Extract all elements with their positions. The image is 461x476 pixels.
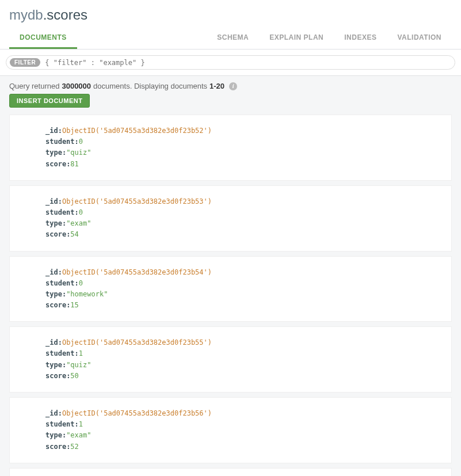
field-score: score:54	[45, 229, 440, 240]
field-value: 54	[70, 230, 78, 238]
field-score: score:50	[45, 371, 440, 382]
field-key: _id	[45, 127, 58, 135]
db-name: mydb	[9, 7, 43, 22]
field-key: score	[45, 443, 66, 451]
field-_id: _id:ObjectID('5ad07455a3d382e3d0f23b54')	[45, 267, 440, 278]
field-key: type	[45, 290, 62, 298]
field-value: 0	[79, 279, 83, 287]
field-student: student:1	[45, 419, 440, 430]
result-prefix: Query returned	[9, 82, 59, 90]
field-value: ObjectID('5ad07455a3d382e3d0f23b52')	[62, 127, 212, 135]
tab-indexes[interactable]: INDEXES	[334, 28, 387, 49]
field-key: score	[45, 301, 66, 309]
field-_id: _id:ObjectID('5ad07455a3d382e3d0f23b56')	[45, 408, 440, 419]
field-value: 50	[70, 372, 78, 380]
field-value: "homework"	[66, 290, 108, 298]
info-icon[interactable]: i	[229, 82, 237, 90]
field-key: type	[45, 431, 62, 439]
result-summary: Query returned 3000000 documents. Displa…	[0, 76, 461, 94]
field-key: type	[45, 148, 62, 157]
field-type: type:"quiz"	[45, 360, 440, 371]
field-value: 15	[70, 301, 78, 309]
tabs-bar: DOCUMENTSSCHEMAEXPLAIN PLANINDEXESVALIDA…	[0, 28, 461, 49]
field-value: 1	[79, 349, 83, 357]
filter-input[interactable]	[45, 59, 451, 67]
field-_id: _id:ObjectID('5ad07455a3d382e3d0f23b52')	[45, 125, 440, 136]
field-type: type:"exam"	[45, 430, 440, 441]
field-key: student	[45, 349, 75, 357]
field-key: _id	[45, 338, 58, 346]
field-key: type	[45, 219, 62, 227]
field-type: type:"homework"	[45, 289, 440, 300]
field-_id: _id:ObjectID('5ad07455a3d382e3d0f23b55')	[45, 337, 440, 348]
field-key: score	[45, 372, 66, 380]
field-key: student	[45, 279, 75, 287]
field-key: _id	[45, 268, 58, 276]
field-value: "exam"	[66, 431, 91, 439]
result-range: 1-20	[209, 82, 224, 90]
field-value: "quiz"	[66, 148, 91, 157]
field-student: student:0	[45, 136, 440, 147]
field-key: student	[45, 138, 75, 146]
field-value: 0	[79, 208, 83, 216]
field-type: type:"exam"	[45, 218, 440, 229]
tab-documents[interactable]: DOCUMENTS	[9, 28, 77, 49]
field-score: score:81	[45, 159, 440, 170]
field-value: 1	[79, 420, 83, 428]
field-_id: _id:ObjectID('5ad07455a3d382e3d0f23b53')	[45, 196, 440, 207]
field-score: score:52	[45, 441, 440, 452]
field-student: student:0	[45, 207, 440, 218]
field-value: ObjectID('5ad07455a3d382e3d0f23b53')	[62, 197, 212, 205]
document-card[interactable]: _id:ObjectID('5ad07455a3d382e3d0f23b53')…	[9, 185, 452, 252]
field-value: "quiz"	[66, 361, 91, 369]
field-value: 0	[79, 138, 83, 146]
field-student: student:0	[45, 278, 440, 289]
field-key: student	[45, 208, 75, 216]
document-card[interactable]: _id:ObjectID('5ad07455a3d382e3d0f23b55')…	[9, 326, 452, 393]
field-student: student:1	[45, 348, 440, 359]
field-value: 52	[70, 443, 78, 451]
tab-validation[interactable]: VALIDATION	[387, 28, 452, 49]
filter-input-wrap[interactable]: FILTER	[6, 55, 455, 70]
field-value: ObjectID('5ad07455a3d382e3d0f23b56')	[62, 409, 212, 417]
result-count: 3000000	[62, 82, 91, 90]
field-key: student	[45, 420, 75, 428]
field-value: ObjectID('5ad07455a3d382e3d0f23b55')	[62, 338, 212, 346]
field-key: score	[45, 160, 66, 168]
document-card[interactable]: _id:ObjectID('5ad07455a3d382e3d0f23b54')…	[9, 256, 452, 322]
field-value: "exam"	[66, 219, 91, 227]
field-key: score	[45, 230, 66, 238]
filter-bar: FILTER	[0, 49, 461, 76]
collection-name: .scores	[43, 7, 87, 22]
field-value: ObjectID('5ad07455a3d382e3d0f23b54')	[62, 268, 212, 276]
document-card[interactable]: _id:ObjectID('5ad07455a3d382e3d0f23b56')…	[9, 397, 452, 463]
document-card[interactable]: _id:ObjectID('5ad07455a3d382e3d0f23b52')…	[9, 115, 452, 181]
documents-list: _id:ObjectID('5ad07455a3d382e3d0f23b52')…	[0, 115, 461, 476]
tab-schema[interactable]: SCHEMA	[207, 28, 259, 49]
filter-badge: FILTER	[10, 58, 40, 67]
field-type: type:"quiz"	[45, 147, 440, 158]
field-key: _id	[45, 409, 58, 417]
field-key: type	[45, 361, 62, 369]
field-score: score:15	[45, 300, 440, 311]
insert-document-button[interactable]: INSERT DOCUMENT	[9, 94, 90, 108]
document-card[interactable]: _id:ObjectID('5ad07455a3d382e3d0f23b57')…	[9, 468, 452, 476]
field-key: _id	[45, 197, 58, 205]
namespace-title: mydb.scores	[9, 7, 452, 23]
result-mid: documents. Displaying documents	[93, 82, 207, 90]
field-value: 81	[70, 160, 78, 168]
tab-explain-plan[interactable]: EXPLAIN PLAN	[259, 28, 334, 49]
